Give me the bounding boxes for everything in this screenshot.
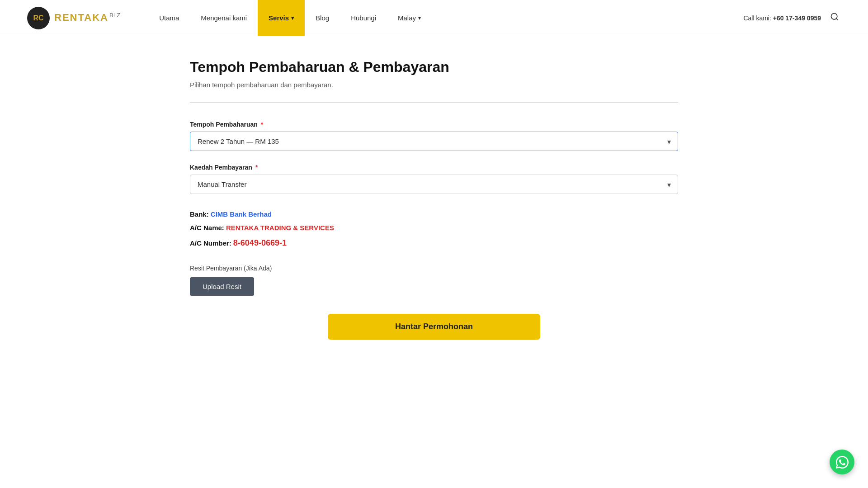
main-content: Tempoh Pembaharuan & Pembayaran Pilihan …: [163, 36, 705, 376]
brand-name: RENTAKABIZ: [54, 12, 121, 24]
svg-point-0: [831, 14, 837, 19]
account-name-line: A/C Name: RENTAKA TRADING & SERVICES: [190, 221, 678, 235]
account-name: RENTAKA TRADING & SERVICES: [226, 224, 334, 232]
payment-required: *: [255, 164, 258, 171]
payment-label: Kaedah Pembayaran *: [190, 164, 678, 171]
bank-line: Bank: CIMB Bank Berhad: [190, 208, 678, 221]
nav-malay[interactable]: Malay ▾: [387, 0, 432, 36]
payment-select[interactable]: Manual Transfer Online Payment: [190, 175, 678, 194]
nav-hubungi[interactable]: Hubungi: [340, 0, 387, 36]
upload-resit-button[interactable]: Upload Resit: [190, 277, 254, 296]
logo-initials: RC: [33, 14, 43, 22]
bank-name: CIMB Bank Berhad: [211, 210, 272, 218]
logo[interactable]: RC RENTAKABIZ: [27, 7, 121, 29]
bank-info: Bank: CIMB Bank Berhad A/C Name: RENTAKA…: [190, 208, 678, 251]
logo-circle: RC: [27, 7, 50, 29]
malay-chevron-icon: ▾: [418, 15, 421, 21]
page-subtitle: Pilihan tempoh pembaharuan dan pembayara…: [190, 81, 678, 89]
servis-chevron-icon: ▾: [291, 15, 294, 21]
receipt-label: Resit Pembayaran (Jika Ada): [190, 265, 678, 272]
payment-select-wrapper: Manual Transfer Online Payment: [190, 175, 678, 194]
nav-servis[interactable]: Servis ▾: [258, 0, 305, 36]
renewal-select-wrapper: Renew 1 Tahun — RM 75 Renew 2 Tahun — RM…: [190, 132, 678, 151]
renewal-select[interactable]: Renew 1 Tahun — RM 75 Renew 2 Tahun — RM…: [190, 132, 678, 151]
search-icon: [830, 12, 839, 21]
search-button[interactable]: [828, 10, 841, 25]
renewal-required: *: [261, 121, 263, 128]
nav-links: Utama Mengenai kami Servis ▾ Blog Hubung…: [148, 0, 743, 36]
renewal-group: Tempoh Pembaharuan * Renew 1 Tahun — RM …: [190, 121, 678, 151]
call-label: Call kami: +60 17-349 0959: [743, 14, 821, 22]
payment-group: Kaedah Pembayaran * Manual Transfer Onli…: [190, 164, 678, 194]
page-title: Tempoh Pembaharuan & Pembayaran: [190, 59, 678, 76]
account-number-line: A/C Number: 8-6049-0669-1: [190, 235, 678, 251]
nav-mengenai-kami[interactable]: Mengenai kami: [190, 0, 258, 36]
call-number: +60 17-349 0959: [773, 14, 821, 22]
submit-area: Hantar Permohonan: [190, 314, 678, 340]
navbar: RC RENTAKABIZ Utama Mengenai kami Servis…: [0, 0, 868, 36]
account-number: 8-6049-0669-1: [233, 238, 287, 247]
nav-right: Call kami: +60 17-349 0959: [743, 10, 841, 25]
renewal-label: Tempoh Pembaharuan *: [190, 121, 678, 128]
submit-button[interactable]: Hantar Permohonan: [328, 314, 540, 340]
nav-utama[interactable]: Utama: [148, 0, 190, 36]
nav-blog[interactable]: Blog: [305, 0, 340, 36]
receipt-group: Resit Pembayaran (Jika Ada) Upload Resit: [190, 265, 678, 296]
svg-line-1: [836, 19, 838, 20]
divider: [190, 102, 678, 103]
